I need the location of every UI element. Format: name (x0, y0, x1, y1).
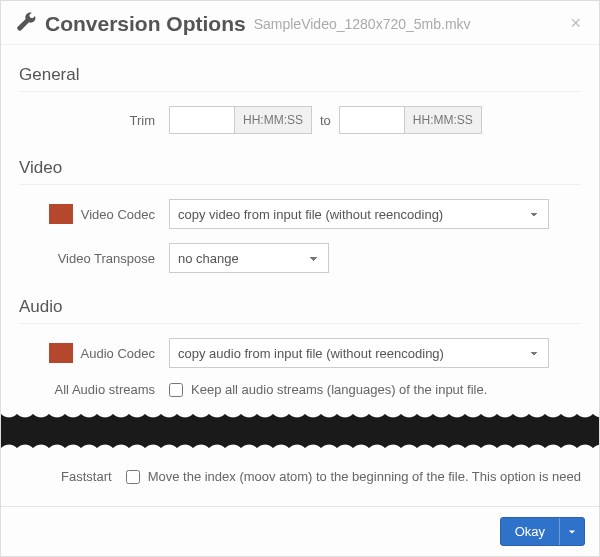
audio-codec-row: Audio Codec copy audio from input file (… (19, 338, 581, 368)
video-codec-marker (49, 204, 73, 224)
okay-button-label: Okay (501, 518, 559, 545)
dialog-header: Conversion Options SampleVideo_1280x720_… (1, 1, 599, 45)
trim-end-addon: HH:MM:SS (404, 106, 482, 134)
video-codec-label: Video Codec (81, 207, 155, 222)
dialog-filename: SampleVideo_1280x720_5mb.mkv (254, 16, 471, 32)
okay-button[interactable]: Okay (500, 517, 585, 546)
close-icon[interactable]: × (566, 13, 585, 34)
content-break (1, 411, 599, 451)
video-codec-row: Video Codec copy video from input file (… (19, 199, 581, 229)
all-audio-streams-checkbox[interactable] (169, 383, 183, 397)
all-audio-streams-label: All Audio streams (19, 382, 169, 397)
trim-start-input[interactable] (169, 106, 234, 134)
faststart-row: Faststart Move the index (moov atom) to … (19, 469, 581, 484)
trim-row: Trim HH:MM:SS to HH:MM:SS (19, 106, 581, 134)
okay-button-caret[interactable] (559, 518, 584, 545)
section-video: Video (19, 148, 581, 185)
video-transpose-select[interactable]: no change (169, 243, 329, 273)
video-transpose-row: Video Transpose no change (19, 243, 581, 273)
wrench-icon (15, 11, 37, 36)
conversion-options-dialog: Conversion Options SampleVideo_1280x720_… (0, 0, 600, 557)
trim-to-label: to (312, 113, 339, 128)
faststart-text: Move the index (moov atom) to the beginn… (148, 469, 581, 484)
faststart-label: Faststart (19, 469, 126, 484)
trim-end-input[interactable] (339, 106, 404, 134)
section-audio: Audio (19, 287, 581, 324)
audio-codec-label: Audio Codec (81, 346, 155, 361)
faststart-checkbox[interactable] (126, 470, 140, 484)
dialog-title: Conversion Options (45, 12, 246, 36)
all-audio-streams-text: Keep all audio streams (languages) of th… (191, 382, 487, 397)
video-transpose-label: Video Transpose (19, 251, 169, 266)
audio-codec-select[interactable]: copy audio from input file (without reen… (169, 338, 549, 368)
video-codec-select[interactable]: copy video from input file (without reen… (169, 199, 549, 229)
dialog-body[interactable]: General Trim HH:MM:SS to HH:MM:SS Video … (1, 45, 599, 506)
section-general: General (19, 55, 581, 92)
horizontal-scrollbar[interactable] (1, 498, 599, 506)
audio-codec-marker (49, 343, 73, 363)
dialog-footer: Okay (1, 506, 599, 556)
all-audio-streams-row: All Audio streams Keep all audio streams… (19, 382, 581, 397)
trim-label: Trim (19, 113, 169, 128)
trim-start-addon: HH:MM:SS (234, 106, 312, 134)
